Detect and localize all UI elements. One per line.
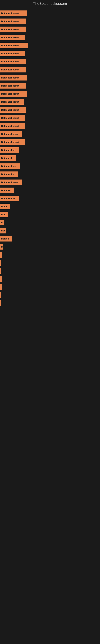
bar-label: Bottleneck result (1, 52, 19, 55)
result-bar: Bottleneck result (0, 123, 25, 129)
result-bar: Bottlenec (0, 188, 14, 193)
bar-row (0, 291, 100, 299)
bar-row: Bottleneck result (0, 122, 100, 130)
result-bar (0, 260, 1, 266)
bar-label: Bottleneck result (1, 117, 19, 119)
bar-row: B (0, 219, 100, 226)
result-bar: Bottleneck result (0, 51, 25, 56)
bar-row: Bottleneck result (0, 58, 100, 66)
site-title: TheBottlenecker.com (0, 0, 100, 8)
bar-label: Bottleneck resu (1, 133, 18, 135)
bar-label: B (1, 222, 3, 224)
result-bar (0, 276, 2, 282)
result-bar: Bottleneck result (0, 18, 26, 24)
result-bar: Bottleneck result (0, 34, 25, 40)
bar-row: Bot (0, 227, 100, 234)
bar-label: Bottleneck res (1, 165, 16, 168)
bar-label: Bottleneck result (1, 36, 19, 39)
bar-row: Bottleneck result (0, 34, 100, 41)
result-bar: Bot (0, 228, 6, 234)
bar-label: Bottleneck result (1, 12, 19, 14)
result-bar (0, 284, 2, 290)
result-bar: Bottleneck result (0, 91, 27, 96)
result-bar: B (0, 244, 3, 250)
result-bar: Bottleneck result (0, 59, 26, 64)
bar-row: Bottleneck result (0, 26, 100, 33)
bar-row (0, 283, 100, 291)
bar-label: Bottleneck result (1, 84, 19, 87)
bar-row: Bottlen (0, 235, 100, 242)
bar-row: Bottleneck result (0, 90, 100, 98)
bar-row: | (0, 267, 100, 275)
result-bar: Bott (0, 212, 8, 217)
bar-label: Bottleneck (1, 157, 12, 160)
bar-row: Bottleneck result (0, 106, 100, 114)
bar-row (0, 259, 100, 267)
bar-row (0, 299, 100, 307)
result-bar: B (0, 220, 3, 226)
result-bar: Bottleneck result (0, 99, 24, 105)
bar-label: Bottlenec (1, 189, 11, 192)
bar-label: Bottle (1, 205, 7, 208)
result-bar (0, 300, 1, 306)
bar-label: Bottleneck result (1, 68, 19, 71)
bar-row: Bottleneck result (0, 138, 100, 146)
result-bar: Bottleneck result (0, 67, 26, 72)
result-bar: Bottle (0, 204, 10, 209)
result-bar: | (0, 268, 1, 274)
result-bar: Bottleneck re (0, 147, 19, 153)
bar-label: Bottleneck re (1, 149, 15, 151)
bar-row: Bottleneck result (0, 18, 100, 25)
bar-row: Bottleneck (0, 154, 100, 162)
result-bar: Bottleneck r (0, 172, 18, 177)
bar-label: Bottlen (1, 238, 9, 240)
result-bar: Bottleneck result (0, 10, 27, 16)
bar-label: Bottleneck result (1, 141, 19, 143)
bar-label: Bottleneck result (1, 76, 19, 79)
result-bar: Bottleneck result (0, 115, 25, 121)
bar-row (0, 275, 100, 283)
bar-label: Bottleneck result (1, 92, 19, 95)
bar-row: Bottleneck result (0, 42, 100, 49)
result-bar: Bottleneck result (0, 107, 26, 113)
result-bar (0, 292, 1, 298)
bar-row: Bottleneck result (0, 74, 100, 82)
bar-row: Bottleneck result (0, 66, 100, 74)
bar-label: Bottleneck r (1, 173, 14, 176)
bars-container: Bottleneck resultBottleneck resultBottle… (0, 8, 100, 309)
bar-row: Bottleneck res (0, 162, 100, 170)
result-bar: Bottleneck result (0, 83, 26, 88)
result-bar: Bottleneck re (0, 196, 19, 201)
bar-label: Bottleneck result (1, 28, 19, 30)
result-bar: Bottlen (0, 236, 12, 242)
bar-row: Bottleneck result (0, 114, 100, 122)
bar-label: Bot (1, 230, 5, 232)
result-bar: Bottleneck resu (0, 180, 22, 185)
bar-row: B (0, 243, 100, 250)
result-bar: Bottleneck result (0, 75, 27, 80)
bar-row: Bottleneck resu (0, 130, 100, 138)
bar-row: Bott (0, 211, 100, 218)
bar-row: Bottleneck result (0, 10, 100, 17)
bar-row (0, 251, 100, 258)
bar-row: Bottleneck result (0, 82, 100, 90)
bar-label: Bottleneck result (1, 60, 19, 63)
result-bar: Bottleneck (0, 155, 16, 161)
bar-row: Bottleneck re (0, 146, 100, 154)
bar-label: Bottleneck result (1, 100, 19, 103)
bar-row: Bottleneck resu (0, 178, 100, 186)
bar-label: Bottleneck resu (1, 181, 18, 184)
bar-label: Bott (1, 213, 6, 216)
bar-row: Bottleneck result (0, 98, 100, 106)
bar-row: Bottleneck re (0, 194, 100, 202)
bar-row: Bottlenec (0, 186, 100, 194)
result-bar: Bottleneck result (0, 139, 25, 145)
result-bar: Bottleneck result (0, 43, 28, 48)
bar-label: Bottleneck result (1, 20, 19, 22)
result-bar (0, 252, 1, 258)
bar-row: Bottle (0, 203, 100, 210)
bar-label: B (1, 246, 3, 248)
bar-label: Bottleneck result (1, 125, 19, 127)
bar-label: Bottleneck re (1, 197, 15, 200)
bar-row: Bottleneck r (0, 170, 100, 178)
